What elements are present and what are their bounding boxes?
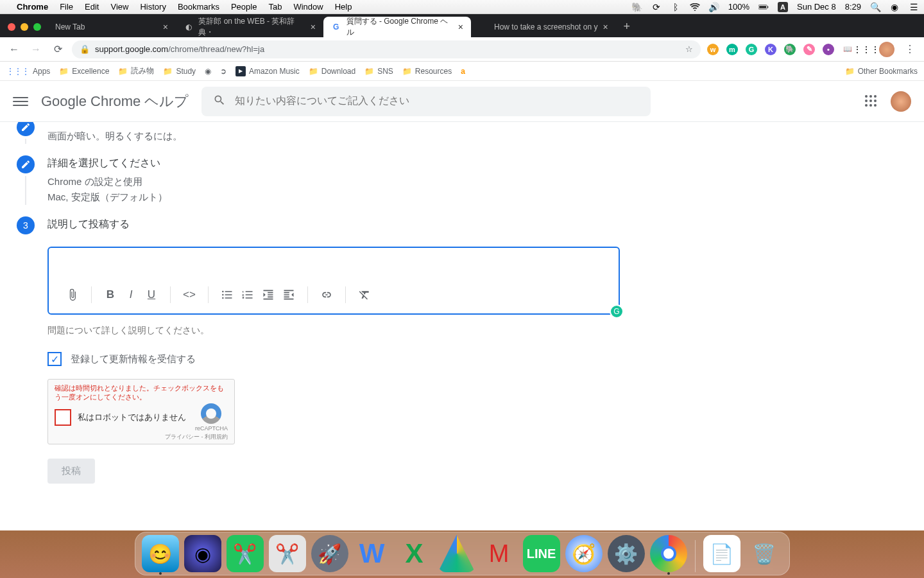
bookmark-item[interactable]: a bbox=[461, 67, 465, 76]
other-bookmarks[interactable]: 📁Other Bookmarks bbox=[845, 67, 918, 76]
browser-tab[interactable]: New Tab × bbox=[47, 17, 176, 37]
sync-icon[interactable]: ⟳ bbox=[651, 2, 662, 12]
app-icon[interactable]: ✂️ bbox=[227, 535, 264, 572]
notification-center-icon[interactable]: ☰ bbox=[909, 2, 919, 12]
close-tab-icon[interactable]: × bbox=[163, 22, 168, 32]
bookmark-folder[interactable]: 📁Excellence bbox=[59, 67, 109, 76]
safari-icon[interactable]: 🧭 bbox=[565, 535, 603, 572]
star-icon[interactable]: ☆ bbox=[685, 44, 693, 54]
excel-icon[interactable]: X bbox=[396, 535, 433, 572]
recaptcha-checkbox[interactable] bbox=[55, 409, 71, 426]
editor-textarea[interactable] bbox=[49, 248, 619, 279]
user-avatar[interactable] bbox=[891, 91, 911, 112]
new-tab-button[interactable]: + bbox=[616, 20, 638, 37]
menu-history[interactable]: History bbox=[140, 2, 166, 12]
menu-edit[interactable]: Edit bbox=[85, 2, 99, 12]
outdent-icon[interactable] bbox=[259, 285, 278, 304]
recaptcha-footer[interactable]: プライバシー - 利用規約 bbox=[55, 433, 228, 441]
profile-avatar[interactable] bbox=[879, 42, 894, 57]
reload-button[interactable]: ⟳ bbox=[50, 42, 65, 57]
browser-tab-active[interactable]: G 質問する - Google Chrome ヘル × bbox=[323, 17, 471, 37]
rich-text-editor[interactable]: B I U <> bbox=[47, 247, 620, 315]
app-name[interactable]: Chrome bbox=[17, 2, 48, 12]
subscribe-checkbox[interactable]: ✓ bbox=[47, 352, 62, 366]
bluetooth-icon[interactable]: ᛒ bbox=[671, 2, 681, 12]
chrome-icon[interactable] bbox=[650, 535, 687, 572]
app-icon[interactable]: ✂️ bbox=[269, 535, 306, 572]
launchpad-icon[interactable]: 🚀 bbox=[311, 535, 348, 572]
browser-tab[interactable]: How to take a screenshot on y × bbox=[471, 17, 616, 37]
bookmark-folder[interactable]: 📁読み物 bbox=[118, 66, 154, 76]
apps-icon[interactable]: ⋮⋮⋮ bbox=[861, 44, 871, 55]
menubar-date[interactable]: Sun Dec 8 bbox=[797, 2, 836, 12]
spotlight-icon[interactable]: 🔍 bbox=[870, 2, 880, 12]
line-icon[interactable]: LINE bbox=[523, 535, 560, 572]
menubar-time[interactable]: 8:29 bbox=[845, 2, 861, 12]
menu-help[interactable]: Help bbox=[335, 2, 352, 12]
evernote-extension-icon[interactable]: 🐘 bbox=[784, 44, 796, 55]
bold-icon[interactable]: B bbox=[101, 285, 120, 304]
extension-icon[interactable]: w bbox=[707, 44, 719, 55]
bookmark-item[interactable]: ◉ bbox=[205, 67, 211, 76]
menu-window[interactable]: Window bbox=[293, 2, 323, 12]
indent-icon[interactable] bbox=[279, 285, 298, 304]
bookmark-folder[interactable]: 📁SNS bbox=[364, 67, 393, 76]
battery-icon[interactable] bbox=[758, 2, 769, 12]
back-button[interactable]: ← bbox=[6, 42, 22, 57]
settings-icon[interactable]: ⚙️ bbox=[608, 535, 645, 572]
siri-icon[interactable]: ◉ bbox=[889, 2, 900, 12]
wifi-icon[interactable] bbox=[690, 2, 700, 12]
bookmark-folder[interactable]: 📁Download bbox=[309, 67, 355, 76]
finder-icon[interactable]: 😊 bbox=[142, 535, 179, 572]
extension-icon[interactable]: ✎ bbox=[803, 44, 815, 55]
chrome-menu-icon[interactable]: ⋮ bbox=[902, 42, 918, 57]
grammarly-extension-icon[interactable]: G bbox=[746, 44, 757, 55]
word-icon[interactable]: W bbox=[354, 535, 391, 572]
apps-shortcut[interactable]: ⋮⋮⋮Apps bbox=[6, 67, 50, 76]
file-icon[interactable]: 📄 bbox=[703, 535, 740, 572]
bookmark-folder[interactable]: 📁Study bbox=[163, 67, 196, 76]
menu-bookmarks[interactable]: Bookmarks bbox=[178, 2, 219, 12]
extension-icon[interactable]: • bbox=[823, 44, 834, 55]
menu-tab[interactable]: Tab bbox=[268, 2, 282, 12]
drive-icon[interactable] bbox=[438, 535, 475, 572]
input-source-badge[interactable]: A bbox=[778, 2, 788, 12]
extension-icon[interactable]: m bbox=[726, 44, 738, 55]
menu-file[interactable]: File bbox=[60, 2, 73, 12]
bookmark-item[interactable]: ▶Amazon Music bbox=[235, 66, 300, 76]
siri-icon[interactable]: ◉ bbox=[184, 535, 221, 572]
submit-button[interactable]: 投稿 bbox=[47, 459, 95, 484]
address-bar[interactable]: 🔒 support.google.com/chrome/thread/new?h… bbox=[72, 40, 701, 58]
volume-icon[interactable]: 🔊 bbox=[709, 2, 719, 12]
bookmark-folder[interactable]: 📁Resources bbox=[402, 67, 452, 76]
bookmark-item[interactable]: ➲ bbox=[220, 67, 227, 76]
extension-icon[interactable]: K bbox=[765, 44, 776, 55]
step-badge-edit-icon[interactable] bbox=[17, 122, 35, 136]
close-tab-icon[interactable]: × bbox=[458, 22, 463, 32]
attach-icon[interactable] bbox=[63, 285, 82, 304]
menu-people[interactable]: People bbox=[231, 2, 257, 12]
minimize-window-icon[interactable] bbox=[21, 23, 28, 31]
underline-icon[interactable]: U bbox=[142, 285, 161, 304]
battery-percent[interactable]: 100% bbox=[728, 2, 749, 12]
help-search-box[interactable]: 知りたい内容についてご記入ください bbox=[201, 87, 651, 116]
forward-button[interactable]: → bbox=[28, 42, 44, 57]
close-window-icon[interactable] bbox=[8, 23, 15, 31]
bullet-list-icon[interactable] bbox=[218, 285, 237, 304]
gmail-icon[interactable]: M bbox=[481, 535, 518, 572]
code-icon[interactable]: <> bbox=[180, 285, 199, 304]
close-tab-icon[interactable]: × bbox=[603, 22, 608, 32]
fullscreen-window-icon[interactable] bbox=[33, 23, 41, 31]
hamburger-menu-icon[interactable] bbox=[13, 94, 28, 109]
step-badge-edit-icon[interactable] bbox=[17, 155, 35, 173]
close-tab-icon[interactable]: × bbox=[311, 22, 316, 32]
numbered-list-icon[interactable] bbox=[238, 285, 257, 304]
clear-format-icon[interactable] bbox=[355, 285, 374, 304]
evernote-menubar-icon[interactable]: 🐘 bbox=[632, 2, 642, 12]
trash-icon[interactable]: 🗑️ bbox=[746, 535, 783, 572]
browser-tab[interactable]: ◐ 英辞郎 on the WEB - 英和辞典・ × bbox=[176, 17, 323, 37]
google-apps-icon[interactable] bbox=[865, 95, 878, 108]
italic-icon[interactable]: I bbox=[121, 285, 141, 304]
link-icon[interactable] bbox=[317, 285, 336, 304]
menu-view[interactable]: View bbox=[110, 2, 128, 12]
